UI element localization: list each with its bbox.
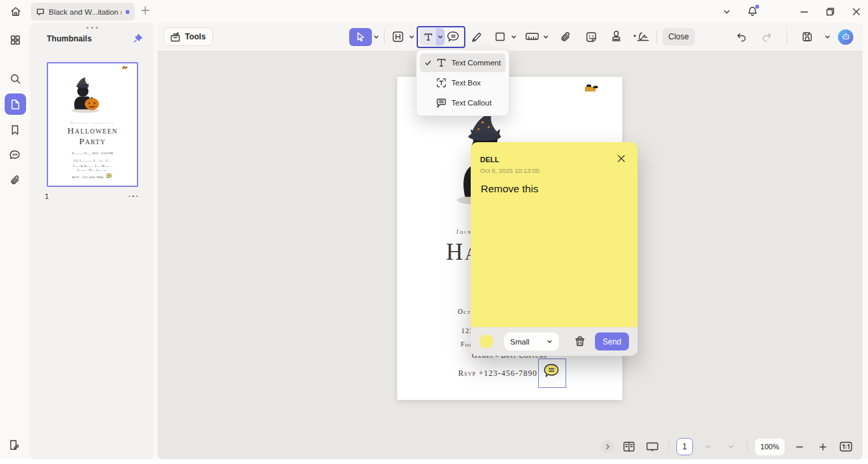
close-comment-button[interactable] [617,154,626,163]
highlight-icon [391,30,405,43]
menu-item-text-box[interactable]: Text Box [420,73,505,92]
sticky-note-tool[interactable] [445,28,462,46]
ai-assistant-button[interactable] [838,29,853,45]
sidebar-item-apps[interactable] [5,29,26,51]
panel-resize-grip[interactable] [86,27,97,29]
next-page-button[interactable] [722,438,740,455]
comment-annotation-icon[interactable] [106,173,113,179]
sidebar-item-bookmarks[interactable] [5,119,26,140]
tab-title: Black and W...itation (1) [49,8,122,16]
sidebar-item-attachments[interactable] [5,170,26,191]
statusbar: 1 100% [601,437,855,457]
signature-tool[interactable] [631,28,652,46]
undo-button[interactable] [732,28,750,46]
previous-page-button[interactable] [699,438,716,455]
menu-item-label: Text Callout [451,99,491,107]
shape-tool[interactable] [491,28,509,46]
notification-dot [755,5,759,9]
comment-popup: DELL Oct 6, 2025 10:13:00 Remove this Sm… [471,142,638,356]
invite-eyebrow: Join us for a spooktacular [48,122,137,124]
sidebar-item-search[interactable] [5,68,26,89]
thumbnails-header: Thumbnails [30,31,154,47]
invite-title-2: Party [48,136,137,146]
titlebar: Black and W...itation (1) [0,0,868,23]
pencil-tool[interactable] [467,28,485,46]
save-dropdown[interactable] [823,28,831,46]
redo-icon [761,31,773,43]
text-comment-tool[interactable] [420,28,445,45]
pin-icon[interactable] [132,33,143,44]
close-window-button[interactable] [851,7,861,17]
invite-address: 123 Anywhere St., Any City [48,160,137,162]
save-button[interactable] [798,28,817,46]
presentation-button[interactable] [644,438,661,455]
titlebar-chevron-button[interactable] [722,7,731,16]
document-tab[interactable]: Black and W...itation (1) [31,3,135,21]
chevron-down-icon [722,7,731,16]
read-mode-button[interactable] [8,439,21,451]
redo-button[interactable] [757,28,776,46]
minimize-button[interactable] [799,7,809,17]
invite-details-2: Games - Best Costume [48,169,137,172]
sidebar-item-comments[interactable] [5,144,26,166]
page-thumbnail[interactable]: Join us for a spooktacular Halloween Par… [47,62,138,187]
chevron-down-icon [511,34,517,40]
chevron-down-icon [437,34,443,40]
annotation-selection-box[interactable] [538,359,566,388]
measure-tool-dropdown[interactable] [541,28,550,46]
comment-note-body: DELL Oct 6, 2025 10:13:00 Remove this [471,142,638,327]
thumbnail-invitation: Join us for a spooktacular Halloween Par… [48,63,137,187]
measure-tool[interactable] [523,28,541,46]
highlight-tool-dropdown[interactable] [407,28,415,46]
unsaved-dot [126,10,130,14]
shape-tool-dropdown[interactable] [509,28,517,46]
grid-icon [9,34,21,46]
menu-item-text-comment[interactable]: Text Comment [420,53,505,72]
bottom-strip [0,459,868,464]
signature-icon [633,31,650,43]
plus-icon [819,443,827,451]
zoom-in-button[interactable] [814,438,831,455]
pdf-editor-window: Black and W...itation (1) [0,0,868,464]
page-number-input[interactable]: 1 [676,438,693,455]
zoom-level[interactable]: 100% [755,439,785,455]
chevron-down-icon [373,34,379,40]
comment-popup-footer: Small Send [471,327,638,356]
note-size-select[interactable]: Small [504,332,559,351]
invite-title-1: Halloween [48,126,137,136]
select-tool[interactable] [349,28,372,46]
ruler-icon [525,30,539,43]
new-tab-button[interactable] [140,5,150,15]
note-color-swatch[interactable] [479,334,493,349]
menu-item-text-callout[interactable]: Text Callout [420,93,505,112]
stamp-tool[interactable] [607,28,626,46]
comment-author: DELL [480,156,499,164]
thumbnail-more-button[interactable] [126,193,141,200]
text-tool-menu: Text Comment Text Box Text Callout [416,49,509,116]
select-tool-dropdown[interactable] [372,28,380,46]
chevron-down-icon [727,443,735,451]
zoom-out-button[interactable] [791,438,808,455]
toolbox-icon [170,31,181,43]
page-layout-button[interactable] [620,438,638,455]
attachment-tool[interactable] [556,28,575,46]
maximize-button[interactable] [825,7,835,17]
zoom-level-value: 100% [761,443,779,451]
chevron-down-icon [825,34,831,40]
expand-panel-button[interactable] [601,440,614,453]
sidebar-item-thumbnails[interactable] [5,93,26,115]
pencil-icon [470,31,483,43]
chevron-right-icon [604,443,611,450]
notifications-button[interactable] [747,6,758,17]
comment-body-text[interactable]: Remove this [481,183,538,195]
sticker-tool[interactable] [582,28,600,46]
bats-decoration [122,66,128,69]
thumbnail-page-number: 1 [45,192,49,200]
send-comment-button[interactable]: Send [595,332,629,351]
actual-size-button[interactable] [837,438,855,455]
home-button[interactable] [5,2,25,21]
close-toolbar-button[interactable]: Close [662,28,695,45]
delete-comment-button[interactable] [574,335,586,348]
highlight-tool[interactable] [389,28,407,46]
tools-button[interactable]: Tools [164,27,213,46]
